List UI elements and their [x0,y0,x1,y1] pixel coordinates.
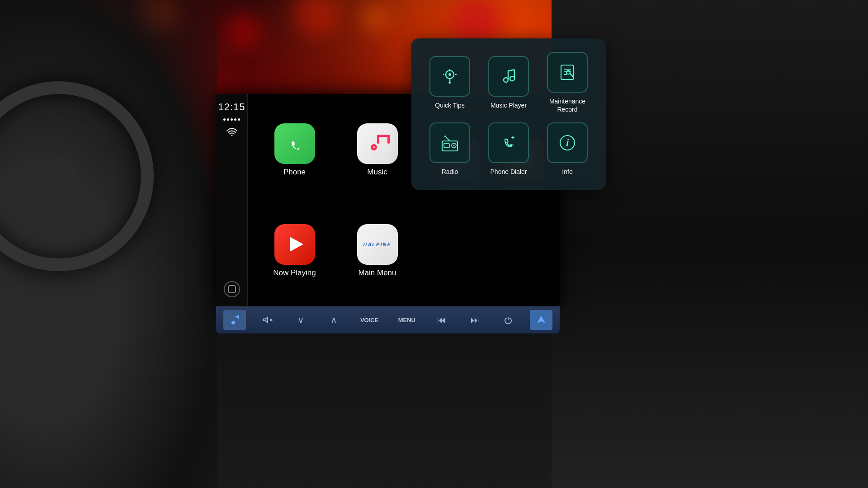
mute-button[interactable] [256,310,279,330]
control-bar: ∨ ∧ VOICE MENU ⏮ ⏭ [216,306,560,333]
next-track-button[interactable]: ⏭ [464,310,486,330]
radio-icon-box [429,122,470,163]
app-phone[interactable]: Phone [257,103,332,197]
scroll-up-button[interactable]: ∧ [323,310,345,330]
popup-item-phone-dialer[interactable]: Phone Dialer [484,122,533,176]
svg-point-27 [510,76,514,81]
now-playing-app-icon [274,224,315,265]
phone-app-icon [274,123,315,164]
quick-tips-label: Quick Tips [435,101,464,109]
popup-item-radio[interactable]: Radio [425,122,475,176]
popup-item-maintenance-record[interactable]: Maintenance Record [542,52,592,113]
music-player-icon-box [488,56,529,97]
app-main-menu[interactable]: //ALPINE Main Menu [340,204,415,297]
main-menu-app-label: Main Menu [358,268,396,277]
phone-app-label: Phone [283,168,306,177]
maintenance-record-icon-box [547,52,588,93]
svg-marker-15 [537,316,545,323]
signal-dot [231,118,233,121]
svg-line-32 [570,73,573,76]
navigation-button[interactable] [530,310,552,330]
power-button[interactable] [497,310,519,330]
home-button[interactable] [224,281,240,297]
popup-menu: Quick Tips Music Player M [411,38,606,190]
svg-rect-34 [442,141,458,151]
app-grid: Phone Music [248,94,424,306]
quick-tips-icon-box [429,56,470,97]
svg-rect-1 [228,286,236,293]
phone-dialer-label: Phone Dialer [491,168,527,176]
menu-button[interactable]: MENU [394,310,420,330]
svg-point-3 [373,146,375,148]
signal-dot [227,118,229,121]
scroll-down-button[interactable]: ∨ [289,310,312,330]
clock-display: 12:15 [218,101,245,113]
svg-point-0 [231,135,232,136]
svg-point-23 [504,78,508,82]
signal-dots [223,118,240,121]
wifi-icon [226,128,237,139]
maintenance-record-label: Maintenance Record [549,97,585,113]
prev-track-button[interactable]: ⏮ [430,310,453,330]
app-music[interactable]: Music [340,103,415,197]
app-now-playing[interactable]: Now Playing [257,204,332,297]
popup-item-music-player[interactable]: Music Player [484,52,533,113]
phone-dialer-icon-box [488,122,529,163]
music-control-button[interactable] [223,310,246,330]
signal-dot [223,118,226,121]
voice-button[interactable]: VOICE [356,310,383,330]
main-menu-app-icon: //ALPINE [357,224,398,265]
popup-item-info[interactable]: i Info [542,122,592,176]
steering-wheel [0,81,154,271]
voice-button-label: VOICE [360,317,378,324]
svg-rect-35 [444,143,449,148]
svg-marker-7 [290,237,303,252]
svg-point-37 [453,145,455,146]
signal-dot [234,118,236,121]
svg-line-25 [508,70,514,71]
info-icon-box: i [547,122,588,163]
svg-text:i: i [566,137,569,149]
bokeh-light [362,5,389,32]
radio-label: Radio [442,168,458,176]
signal-dot [238,118,240,121]
music-app-label: Music [367,168,387,177]
popup-item-quick-tips[interactable]: Quick Tips [425,52,475,113]
svg-point-38 [444,136,446,137]
svg-point-17 [448,73,451,76]
music-app-icon [357,123,398,164]
bokeh-light [226,14,262,50]
steering-wheel-area [0,0,217,488]
now-playing-app-label: Now Playing [273,268,316,277]
screen-sidebar: 12:15 [216,94,248,306]
music-player-label: Music Player [491,101,527,109]
menu-button-label: MENU [398,317,415,324]
svg-rect-6 [387,135,390,144]
info-label: Info [562,168,572,176]
